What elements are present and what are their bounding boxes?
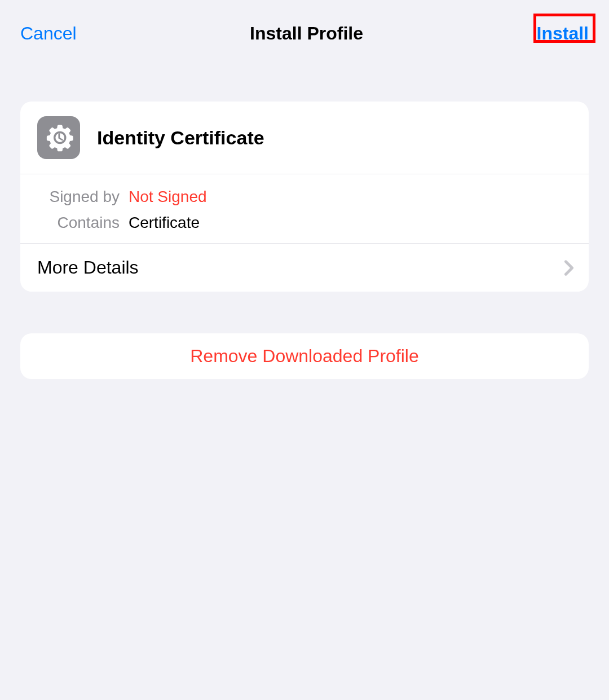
signed-by-value: Not Signed [129,188,207,206]
contains-row: Contains Certificate [37,214,572,232]
more-details-label: More Details [37,257,139,278]
profile-header: Identity Certificate [20,102,589,174]
contains-value: Certificate [129,214,200,232]
gear-icon [37,116,80,159]
content-area: Identity Certificate Signed by Not Signe… [0,50,609,379]
page-title: Install Profile [77,23,537,44]
navbar: Cancel Install Profile Install [0,0,609,50]
more-details-row[interactable]: More Details [20,244,589,292]
profile-info-section: Signed by Not Signed Contains Certificat… [20,174,589,244]
remove-profile-label: Remove Downloaded Profile [20,346,589,367]
install-profile-window: Cancel Install Profile Install Identity … [0,0,609,700]
remove-profile-button[interactable]: Remove Downloaded Profile [20,333,589,379]
profile-card: Identity Certificate Signed by Not Signe… [20,102,589,292]
signed-by-label: Signed by [37,188,129,206]
signed-by-row: Signed by Not Signed [37,188,572,206]
chevron-right-icon [563,260,575,276]
profile-title: Identity Certificate [97,127,264,149]
cancel-button[interactable]: Cancel [20,23,77,44]
contains-label: Contains [37,214,129,232]
install-button[interactable]: Install [537,23,589,44]
